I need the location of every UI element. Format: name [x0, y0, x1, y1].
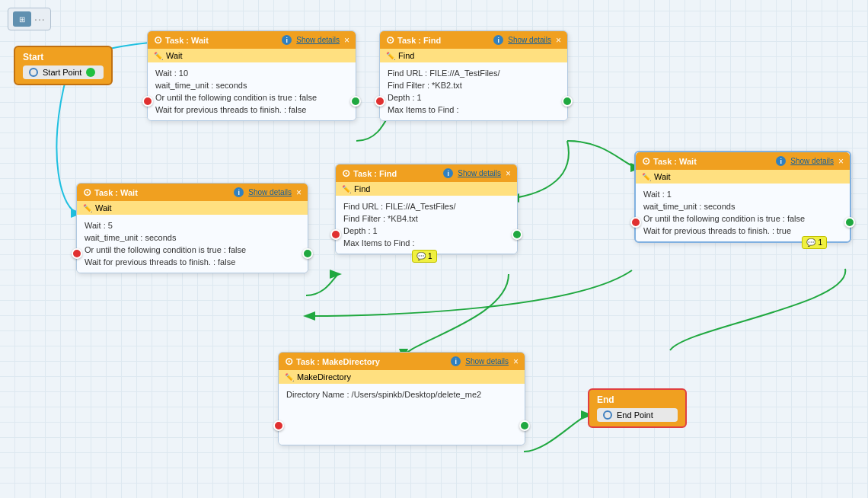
task-wait-2-body: Wait : 5 wait_time_unit : seconds Or unt…	[77, 215, 308, 273]
comment-count-5: 1	[428, 252, 432, 260]
task-wait-2-subtext: Wait	[95, 203, 112, 212]
wait3-row-1: wait_time_unit : seconds	[643, 200, 842, 212]
start-point-row[interactable]: Start Point	[23, 65, 104, 79]
comment-badge-3[interactable]: 💬 1	[802, 236, 827, 249]
wait3-row-2: Or until the following condition is true…	[643, 212, 842, 225]
find2-row-0: Find URL : FILE://A_TestFiles/	[343, 200, 509, 212]
task-makedirectory-body: Directory Name : /Users/spinkb/Desktop/d…	[279, 384, 525, 445]
power-icon-end	[603, 410, 612, 420]
task-find-1-body: Find URL : FILE://A_TestFiles/ Find Filt…	[380, 62, 567, 120]
dot-red-1[interactable]	[142, 96, 153, 107]
end-point-label: End Point	[617, 410, 653, 420]
comment-count-3: 1	[818, 238, 822, 247]
dot-red-find2[interactable]	[330, 229, 341, 240]
info-icon-1[interactable]: i	[282, 35, 292, 45]
task-wait-1-title: Task : Wait	[165, 36, 209, 45]
task-find-2-subtext: Find	[354, 184, 370, 193]
show-details-2[interactable]: Show details	[508, 36, 551, 44]
power-icon	[29, 68, 38, 77]
comment-icon-5: 💬	[416, 252, 426, 260]
info-icon-5[interactable]: i	[443, 168, 453, 178]
task-makedirectory-node: ⊙ Task : MakeDirectory i Show details × …	[278, 352, 525, 445]
dot-green-mkdir[interactable]	[519, 420, 530, 431]
task-wait-3-subheader: ✏️ Wait	[636, 170, 850, 184]
end-title: End	[597, 394, 678, 405]
task-find-2-node: ⊙ Task : Find i Show details × ✏️ Find F…	[335, 164, 518, 254]
wait2-row-0: Wait : 5	[85, 219, 300, 231]
task-wait-3-title: Task : Wait	[653, 157, 697, 166]
task-wait-1-body: Wait : 10 wait_time_unit : seconds Or un…	[148, 62, 356, 120]
close-2[interactable]: ×	[556, 35, 561, 46]
task-wait-1-header: ⊙ Task : Wait i Show details ×	[148, 31, 356, 49]
wait2-row-2: Or until the following condition is true…	[85, 244, 300, 256]
find1-row-2: Depth : 1	[388, 91, 560, 104]
task-find-1-subheader: ✏️ Find	[380, 49, 567, 62]
wait3-row-3: Wait for previous threads to finish. : t…	[643, 225, 842, 237]
find1-row-0: Find URL : FILE://A_TestFiles/	[388, 67, 560, 79]
close-6[interactable]: ×	[513, 356, 519, 367]
dot-green-1[interactable]	[350, 96, 361, 107]
start-active-dot	[86, 68, 95, 77]
comment-icon-3: 💬	[806, 238, 815, 247]
task-wait-3-subtext: Wait	[654, 172, 671, 181]
task-find-1-title: Task : Find	[397, 36, 441, 45]
dot-green-find2[interactable]	[512, 229, 522, 240]
dot-red-wait2[interactable]	[72, 248, 82, 259]
close-1[interactable]: ×	[344, 35, 349, 46]
task-wait-2-title: Task : Wait	[94, 188, 138, 197]
task-find-2-body: Find URL : FILE://A_TestFiles/ Find Filt…	[336, 196, 517, 254]
dot-red-wait3[interactable]	[630, 217, 641, 228]
task-find-1-node: ⊙ Task : Find i Show details × ✏️ Find F…	[379, 30, 568, 121]
find2-row-1: Find Filter : *KB4.txt	[343, 212, 509, 225]
dot-green-find1[interactable]	[562, 96, 573, 107]
end-node: End End Point	[588, 388, 687, 428]
end-point-row[interactable]: End Point	[597, 408, 678, 422]
comment-badge-5[interactable]: 💬 1	[412, 250, 437, 263]
find1-row-1: Find Filter : *KB2.txt	[388, 79, 560, 91]
task-wait-3-header: ⊙ Task : Wait i Show details ×	[636, 152, 850, 170]
start-title: Start	[23, 52, 104, 62]
info-icon-4[interactable]: i	[234, 187, 244, 197]
dot-green-wait2[interactable]	[302, 248, 313, 259]
toolbar: ⊞ ···	[8, 8, 51, 30]
task-wait-1-subheader: ✏️ Wait	[148, 49, 356, 62]
wait3-row-0: Wait : 1	[643, 188, 842, 200]
workflow-canvas: ⊞ ··· Start Start Point ⊙ Task : Wait i …	[0, 0, 868, 498]
close-4[interactable]: ×	[296, 187, 302, 198]
row-2: Or until the following condition is true…	[155, 91, 348, 104]
find2-row-3: Max Items to Find :	[343, 237, 509, 249]
info-icon-2[interactable]: i	[493, 35, 503, 45]
task-wait-2-node: ⊙ Task : Wait i Show details × ✏️ Wait W…	[76, 183, 308, 273]
task-find-1-header: ⊙ Task : Find i Show details ×	[380, 31, 567, 49]
info-icon-3[interactable]: i	[776, 156, 786, 166]
start-point-label: Start Point	[43, 68, 81, 77]
info-icon-6[interactable]: i	[451, 356, 461, 366]
task-find-2-title: Task : Find	[353, 169, 397, 178]
show-details-5[interactable]: Show details	[458, 169, 501, 177]
mkdir-row-0: Directory Name : /Users/spinkb/Desktop/d…	[286, 388, 517, 401]
find2-row-2: Depth : 1	[343, 225, 509, 237]
pencil-icon-2: ✏️	[386, 52, 395, 60]
task-wait-1-subtext: Wait	[166, 51, 183, 60]
pencil-icon-1: ✏️	[154, 52, 163, 60]
show-details-6[interactable]: Show details	[465, 357, 509, 366]
dot-red-find1[interactable]	[375, 96, 385, 107]
task-wait-2-header: ⊙ Task : Wait i Show details ×	[77, 184, 308, 201]
show-details-3[interactable]: Show details	[790, 157, 834, 165]
toolbar-grid-icon[interactable]: ⊞	[13, 11, 31, 27]
show-details-1[interactable]: Show details	[296, 36, 340, 44]
dot-red-mkdir[interactable]	[273, 420, 284, 431]
pencil-icon-5: ✏️	[342, 185, 351, 193]
dot-green-wait3[interactable]	[844, 217, 855, 228]
task-makedirectory-subheader: ✏️ MakeDirectory	[279, 370, 525, 384]
start-node: Start Start Point	[14, 46, 113, 85]
close-3[interactable]: ×	[838, 156, 844, 167]
task-makedirectory-header: ⊙ Task : MakeDirectory i Show details ×	[279, 353, 525, 370]
show-details-4[interactable]: Show details	[248, 188, 292, 196]
task-wait-1-node: ⊙ Task : Wait i Show details × ✏️ Wait W…	[147, 30, 356, 121]
close-5[interactable]: ×	[506, 168, 511, 179]
pencil-icon-3: ✏️	[642, 173, 651, 181]
pencil-icon-4: ✏️	[83, 204, 92, 212]
task-makedirectory-title: Task : MakeDirectory	[296, 357, 380, 366]
wait2-row-3: Wait for previous threads to finish. : f…	[85, 256, 300, 268]
